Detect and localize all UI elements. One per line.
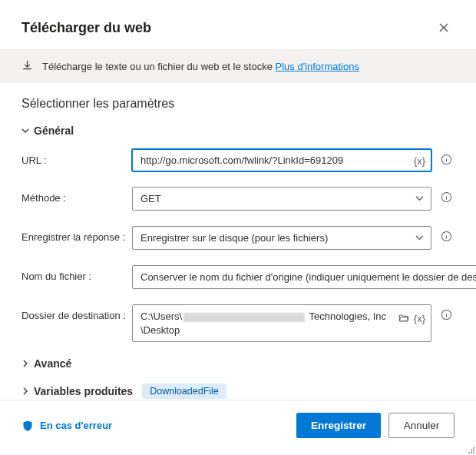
group-advanced-label: Avancé [34,357,71,370]
save-response-value: Enregistrer sur le disque (pour les fich… [140,232,328,244]
method-select[interactable]: GET [132,187,431,211]
on-error-link[interactable]: En cas d'erreur [21,420,112,432]
cancel-button[interactable]: Annuler [388,413,455,438]
label-url: URL : [21,149,126,166]
more-info-link[interactable]: Plus d'informations [276,61,359,72]
dialog-title: Télécharger du web [21,20,151,36]
info-text: Télécharge le texte ou un fichier du web… [42,61,359,72]
row-variables-produced: Variables produites DownloadedFile [21,384,455,399]
info-method[interactable] [438,187,455,203]
info-dest-folder[interactable] [438,304,455,320]
label-save-response: Enregistrer la réponse : [21,226,126,243]
dest-folder-input[interactable]: C:\Users\ Technologies, Inc\Desktop [132,304,431,342]
group-general-label: Général [34,125,74,137]
label-dest-folder: Dossier de destination : [21,304,126,321]
group-advanced-header[interactable]: Avancé [21,357,455,370]
variable-pill-downloadedfile[interactable]: DownloadedFile [142,384,226,399]
url-input[interactable] [132,149,431,171]
section-title: Sélectionner les paramètres [21,97,455,111]
resize-grip[interactable] [468,447,474,453]
row-filename: Nom du fichier : Conserver le nom du fic… [21,265,455,289]
footer-buttons: Enregistrer Annuler [296,413,455,438]
info-url[interactable] [438,149,455,165]
browse-folder-button[interactable] [398,312,409,325]
insert-variable-button[interactable]: {x} [414,154,425,166]
info-save-response[interactable] [438,226,455,242]
filename-value: Conserver le nom du fichier d'origine (i… [140,271,476,283]
dialog-footer: En cas d'erreur Enregistrer Annuler [0,400,476,455]
row-url: URL : {x} [21,149,455,171]
insert-variable-button[interactable]: {x} [414,313,425,324]
row-save-response: Enregistrer la réponse : Enregistrer sur… [21,226,455,250]
download-from-web-dialog: Télécharger du web Télécharge le texte o… [0,0,476,455]
redacted-text [183,313,305,322]
info-icon [441,154,452,165]
label-method: Méthode : [21,187,126,204]
close-icon [439,23,448,32]
dialog-header: Télécharger du web [0,0,476,49]
chevron-down-icon [415,232,424,244]
info-icon [441,231,452,242]
save-button[interactable]: Enregistrer [296,413,381,438]
chevron-down-icon [21,127,29,135]
row-method: Méthode : GET [21,187,455,211]
group-general-header[interactable]: Général [21,125,455,137]
chevron-right-icon [21,360,29,367]
chevron-right-icon [21,387,29,395]
chevron-down-icon [415,193,424,204]
folder-open-icon [398,312,409,323]
dest-folder-prefix: C:\Users\ [140,311,182,322]
label-filename: Nom du fichier : [21,265,126,282]
variables-produced-header[interactable]: Variables produites [21,385,133,397]
dialog-content: Sélectionner les paramètres Général URL … [0,83,476,400]
info-icon [441,309,452,320]
variables-produced-label: Variables produites [34,385,133,397]
info-text-label: Télécharge le texte ou un fichier du web… [42,61,276,72]
method-value: GET [140,193,161,204]
shield-icon [21,420,34,432]
download-icon [21,59,33,73]
save-response-select[interactable]: Enregistrer sur le disque (pour les fich… [132,226,431,250]
row-dest-folder: Dossier de destination : C:\Users\ Techn… [21,304,455,342]
info-icon [441,191,452,203]
filename-select[interactable]: Conserver le nom du fichier d'origine (i… [132,265,476,289]
info-bar: Télécharge le texte ou un fichier du web… [0,49,476,83]
on-error-label: En cas d'erreur [40,420,112,431]
close-button[interactable] [433,17,455,38]
